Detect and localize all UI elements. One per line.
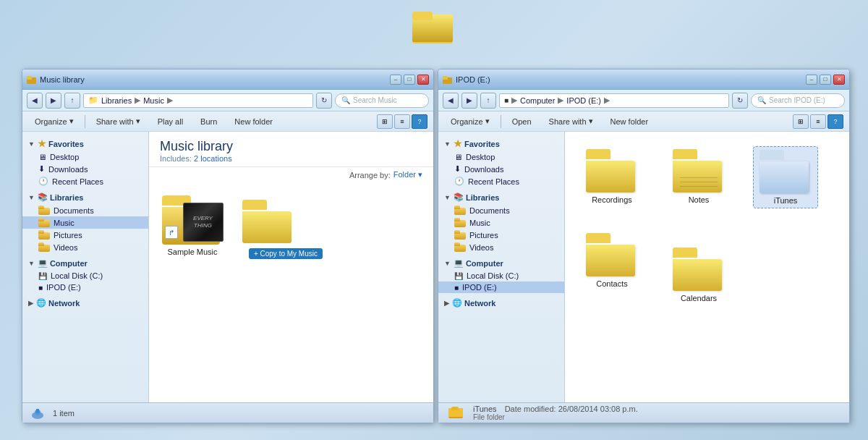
sidebar-heading-network-left[interactable]: ▶ 🌐 Network (22, 296, 148, 310)
itunes-folder[interactable]: iTunes (753, 146, 818, 208)
recordings-folder[interactable]: Recordings (579, 146, 644, 207)
sidebar-heading-computer-left[interactable]: ▼ 💻 Computer (22, 256, 148, 270)
sidebar-item-videos-left[interactable]: Videos (22, 241, 148, 253)
minimize-btn-right[interactable]: – (806, 75, 817, 85)
copy-to-music-btn[interactable]: + Copy to My Music (249, 248, 323, 259)
ipod-window: IPOD (E:) – □ ✕ ◀ ▶ ↑ ■ ▶ Computer ▶ IPO… (438, 69, 850, 423)
downloads-icon-right: ⬇ (454, 164, 461, 174)
path-computer[interactable]: Computer (520, 96, 555, 105)
new-folder-btn-left[interactable]: New folder (228, 115, 279, 128)
sidebar-item-downloads-left[interactable]: ⬇ Downloads (22, 163, 148, 175)
sidebar-heading-libraries-right[interactable]: ▼ 📚 Libraries (438, 190, 564, 204)
status-details-right: iTunes Date modified: 26/08/2014 03:08 p… (473, 405, 638, 421)
view-btn-1-left[interactable]: ⊞ (377, 114, 393, 129)
sidebar-item-recent-left[interactable]: 🕐 Recent Places (22, 175, 148, 187)
sidebar-item-documents-left[interactable]: Documents (22, 204, 148, 216)
share-btn-left[interactable]: Share with ▾ (90, 114, 147, 128)
maximize-btn-left[interactable]: □ (404, 75, 415, 85)
libraries-icon-right: 📚 (454, 192, 464, 202)
sidebar-item-documents-right[interactable]: Documents (438, 204, 564, 216)
play-btn-left[interactable]: Play all (151, 115, 190, 128)
star-icon-right: ★ (454, 138, 462, 149)
search-box-right[interactable]: 🔍 Search IPOD (E:) (751, 93, 845, 108)
ipod-icon-right: ■ (454, 284, 459, 292)
music-folder-icon-left (38, 218, 50, 227)
status-date-right: Date modified: 26/08/2014 03:08 p.m. (505, 405, 638, 413)
folders-grid-right: Recordings Notes (565, 132, 849, 320)
sidebar-item-downloads-right[interactable]: ⬇ Downloads (438, 163, 564, 175)
contacts-folder[interactable]: Contacts (579, 230, 644, 291)
arrange-bar-left: Arrange by: Folder ▾ (149, 167, 433, 182)
sidebar-item-localc-right[interactable]: 💾 Local Disk (C:) (438, 270, 564, 282)
sidebar-section-computer-right: ▼ 💻 Computer 💾 Local Disk (C:) ■ IPOD (E… (438, 256, 564, 293)
close-btn-right[interactable]: ✕ (833, 75, 845, 85)
organize-btn-left[interactable]: Organize ▾ (28, 114, 80, 128)
sidebar-item-recent-right[interactable]: 🕐 Recent Places (438, 175, 564, 187)
close-btn-left[interactable]: ✕ (417, 75, 429, 85)
window-title-right: IPOD (E:) (456, 75, 490, 84)
sidebar-item-pictures-left[interactable]: Pictures (22, 229, 148, 241)
address-path-right[interactable]: ■ ▶ Computer ▶ IPOD (E:) ▶ (499, 93, 729, 108)
sidebar-section-libraries-right: ▼ 📚 Libraries Documents Music Pictures (438, 190, 564, 253)
help-btn-right[interactable]: ? (827, 114, 843, 129)
sidebar-item-ipod-left[interactable]: ■ IPOD (E:) (22, 282, 148, 293)
sidebar-item-music-left[interactable]: Music (22, 216, 148, 229)
sidebar-heading-network-right[interactable]: ▶ 🌐 Network (438, 296, 564, 310)
empty-folder[interactable] (236, 197, 301, 246)
pictures-icon-left (38, 230, 50, 240)
sidebar-heading-favorites[interactable]: ▼ ★ Favorites (22, 136, 148, 151)
help-btn-left[interactable]: ? (412, 114, 427, 129)
view-btn-1-right[interactable]: ⊞ (793, 114, 809, 129)
refresh-btn-right[interactable]: ↻ (732, 93, 748, 109)
view-btn-2-left[interactable]: ≡ (394, 114, 410, 129)
notes-folder[interactable]: Notes (666, 146, 731, 207)
content-area-right: ▼ ★ Favorites 🖥 Desktop ⬇ Downloads 🕐 Re… (438, 132, 849, 402)
path-libraries[interactable]: Libraries (101, 96, 132, 105)
maximize-btn-right[interactable]: □ (820, 75, 831, 85)
back-btn-left[interactable]: ◀ (27, 93, 43, 109)
sidebar-section-favorites-right: ▼ ★ Favorites 🖥 Desktop ⬇ Downloads 🕐 Re… (438, 136, 564, 187)
sidebar-item-pictures-right[interactable]: Pictures (438, 229, 564, 241)
burn-btn-left[interactable]: Burn (194, 115, 224, 128)
minimize-btn-left[interactable]: – (390, 75, 401, 85)
sidebar-item-music-right[interactable]: Music (438, 216, 564, 229)
window-title-left: Music library (40, 75, 85, 84)
sidebar-heading-libraries-left[interactable]: ▼ 📚 Libraries (22, 190, 148, 204)
share-btn-right[interactable]: Share with ▾ (542, 114, 600, 128)
itunes-label: iTunes (774, 196, 798, 205)
up-btn-left[interactable]: ↑ (64, 93, 80, 109)
search-placeholder-left: Search Music (353, 96, 397, 104)
sidebar-left: ▼ ★ Favorites 🖥 Desktop ⬇ Downloads 🕐 Re… (22, 132, 149, 402)
path-ipod[interactable]: IPOD (E:) (566, 96, 601, 105)
view-btn-2-right[interactable]: ≡ (810, 114, 826, 129)
back-btn-right[interactable]: ◀ (443, 93, 459, 109)
sidebar-heading-favorites-right[interactable]: ▼ ★ Favorites (438, 136, 564, 151)
recordings-label: Recordings (592, 195, 632, 204)
refresh-btn-left[interactable]: ↻ (316, 93, 332, 109)
calendars-folder[interactable]: Calendars (666, 245, 731, 305)
title-bar-right: IPOD (E:) – □ ✕ (438, 69, 849, 90)
network-icon-right: 🌐 (452, 298, 462, 308)
sidebar-heading-computer-right[interactable]: ▼ 💻 Computer (438, 256, 564, 270)
up-btn-right[interactable]: ↑ (480, 93, 496, 109)
path-music[interactable]: Music (143, 96, 164, 105)
sidebar-item-videos-right[interactable]: Videos (438, 241, 564, 253)
sidebar-item-desktop-left[interactable]: 🖥 Desktop (22, 151, 148, 163)
organize-btn-right[interactable]: Organize ▾ (444, 114, 496, 128)
search-icon-left: 🔍 (341, 96, 350, 104)
sidebar-item-localc-left[interactable]: 💾 Local Disk (C:) (22, 270, 148, 282)
forward-btn-left[interactable]: ▶ (46, 93, 61, 109)
file-area-left: Music library Includes: 2 locations Arra… (149, 132, 433, 402)
sidebar-item-ipod-right[interactable]: ■ IPOD (E:) (438, 282, 564, 293)
forward-btn-right[interactable]: ▶ (461, 93, 477, 109)
notes-label: Notes (689, 195, 710, 204)
pictures-icon-right (454, 230, 466, 240)
new-folder-btn-right[interactable]: New folder (604, 115, 655, 128)
locations-link[interactable]: 2 locations (194, 154, 232, 163)
sidebar-item-desktop-right[interactable]: 🖥 Desktop (438, 151, 564, 163)
open-btn-right[interactable]: Open (506, 115, 538, 128)
address-path-left[interactable]: 📁 Libraries ▶ Music ▶ (83, 93, 313, 108)
arrange-mode[interactable]: Folder ▾ (393, 170, 422, 179)
search-box-left[interactable]: 🔍 Search Music (335, 93, 429, 108)
sample-music-folder[interactable]: EVERYTHING ↱ Sample Music (160, 190, 225, 259)
